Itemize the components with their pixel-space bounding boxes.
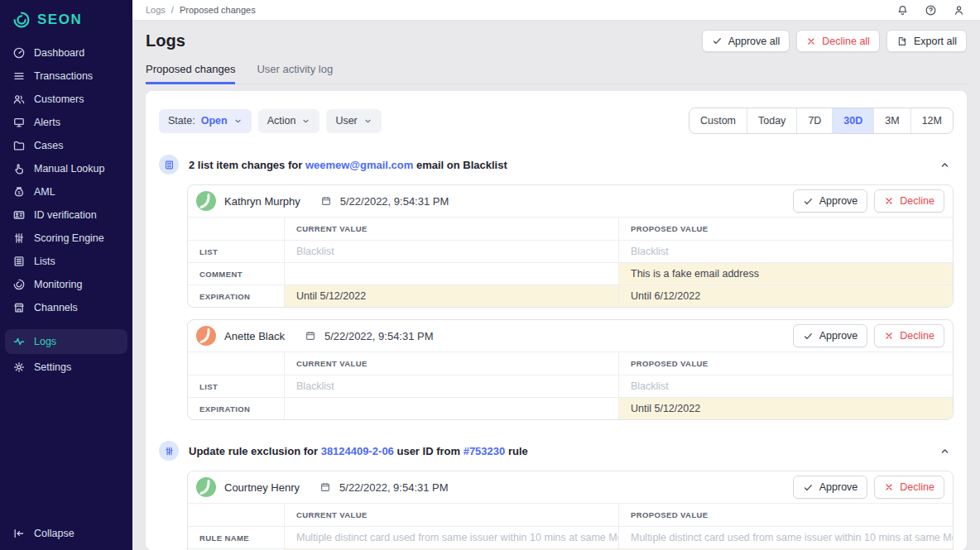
- sidebar-item-monitoring[interactable]: Monitoring: [5, 273, 127, 296]
- row-label: RULE NAME: [188, 526, 284, 548]
- tab-proposed-changes[interactable]: Proposed changes: [146, 63, 235, 84]
- user-icon[interactable]: [953, 4, 965, 17]
- current-value: Multiple distinct card used from same is…: [284, 526, 618, 548]
- state-filter-label: State:: [168, 115, 195, 127]
- approve-label: Approve: [819, 481, 858, 493]
- user-id-link[interactable]: 38124409-2-06: [321, 445, 394, 457]
- change-card: Anette Black 5/22/2022, 9:54:31 PM Appro…: [187, 319, 954, 420]
- range-12m[interactable]: 12M: [910, 108, 953, 133]
- brand-logo[interactable]: SEON: [0, 0, 132, 41]
- range-3m[interactable]: 3M: [873, 108, 910, 133]
- row-label: COMMENT: [188, 262, 284, 285]
- check-icon: [803, 482, 814, 493]
- sidebar-item-transactions[interactable]: Transactions: [5, 65, 127, 88]
- sidebar-item-label: Monitoring: [34, 279, 82, 290]
- sidebar-item-id-verification[interactable]: ID verification: [5, 203, 127, 227]
- action-filter-label: Action: [267, 115, 296, 127]
- change-table: CURRENT VALUE PROPOSED VALUE LIST Blackl…: [188, 352, 953, 419]
- column-header-current: CURRENT VALUE: [284, 352, 618, 375]
- approve-all-button[interactable]: Approve all: [702, 30, 790, 52]
- sidebar-item-scoring-engine[interactable]: Scoring Engine: [5, 227, 127, 250]
- rule-link[interactable]: #753230: [464, 445, 506, 457]
- range-custom[interactable]: Custom: [689, 108, 747, 133]
- help-icon[interactable]: [925, 4, 937, 17]
- corner-cell: [188, 217, 284, 240]
- state-filter-dropdown[interactable]: State: Open: [159, 109, 252, 133]
- range-today[interactable]: Today: [747, 108, 796, 133]
- x-icon: [806, 36, 816, 46]
- sidebar-item-settings[interactable]: Settings: [5, 356, 127, 379]
- sidebar-item-dashboard[interactable]: Dashboard: [5, 41, 127, 65]
- bell-icon[interactable]: [896, 4, 909, 17]
- sidebar-item-label: Lists: [34, 256, 55, 267]
- row-label: EXPIRATION: [188, 285, 284, 307]
- approve-button[interactable]: Approve: [793, 476, 868, 499]
- decline-all-button[interactable]: Decline all: [796, 30, 880, 52]
- collapse-chevron-icon[interactable]: [936, 160, 954, 170]
- timestamp: 5/22/2022, 9:54:31 PM: [340, 195, 449, 208]
- export-icon: [896, 36, 908, 47]
- decline-button[interactable]: Decline: [874, 189, 944, 213]
- content-panel: State: Open Action User Custom Today 7D …: [146, 91, 967, 550]
- user-name: Anette Black: [224, 330, 285, 342]
- change-table: CURRENT VALUE PROPOSED VALUE LIST Blackl…: [188, 217, 953, 307]
- calendar-icon: [320, 195, 332, 207]
- current-value: Until 5/12/2022: [284, 285, 618, 307]
- sidebar-item-label: Settings: [34, 361, 71, 373]
- decline-button[interactable]: Decline: [874, 476, 944, 499]
- sidebar-item-logs[interactable]: Logs: [5, 329, 127, 354]
- change-card: Courtney Henry 5/22/2022, 9:54:31 PM App…: [187, 471, 954, 550]
- proposed-value: Multiple distinct card used from same is…: [618, 526, 953, 548]
- check-icon: [712, 36, 723, 46]
- transactions-icon: [12, 69, 26, 83]
- change-group: 2 list item changes for weemew@gmail.com…: [159, 155, 954, 420]
- change-table: CURRENT VALUE PROPOSED VALUE RULE NAME M…: [188, 503, 953, 550]
- user-name: Courtney Henry: [224, 481, 300, 494]
- x-icon: [884, 196, 894, 206]
- user-filter-dropdown[interactable]: User: [326, 109, 381, 133]
- approve-button[interactable]: Approve: [793, 189, 868, 213]
- approve-button[interactable]: Approve: [793, 324, 868, 347]
- proposed-value: Until 6/12/2022: [618, 285, 953, 307]
- sidebar-item-label: Logs: [34, 336, 56, 347]
- sidebar-item-customers[interactable]: Customers: [5, 88, 127, 111]
- sidebar-nav: Dashboard Transactions Customers Alerts …: [0, 41, 132, 519]
- manual-lookup-icon: [12, 162, 26, 175]
- export-all-button[interactable]: Export all: [886, 30, 967, 52]
- sidebar-collapse-button[interactable]: Collapse: [0, 519, 132, 550]
- sidebar-item-label: Alerts: [34, 117, 60, 128]
- chevron-down-icon: [363, 117, 372, 126]
- column-header-proposed: PROPOSED VALUE: [618, 503, 953, 526]
- change-card: Kathryn Murphy 5/22/2022, 9:54:31 PM App…: [187, 184, 954, 308]
- sidebar-item-cases[interactable]: Cases: [5, 134, 127, 157]
- sidebar-item-alerts[interactable]: Alerts: [5, 111, 127, 134]
- top-bar: Logs / Proposed changes: [132, 0, 980, 21]
- decline-button[interactable]: Decline: [874, 324, 944, 347]
- sidebar-item-aml[interactable]: $ AML: [5, 180, 127, 203]
- range-7d[interactable]: 7D: [796, 108, 832, 133]
- svg-text:$: $: [17, 190, 21, 195]
- export-all-label: Export all: [914, 36, 957, 47]
- email-link[interactable]: weemew@gmail.com: [305, 159, 413, 171]
- column-header-proposed: PROPOSED VALUE: [618, 217, 953, 240]
- calendar-icon: [305, 330, 316, 342]
- range-30d[interactable]: 30D: [832, 108, 873, 133]
- proposed-value: Blacklist: [618, 240, 953, 262]
- group-title: 2 list item changes for weemew@gmail.com…: [189, 159, 926, 171]
- tab-user-activity-log[interactable]: User activity log: [257, 63, 333, 84]
- breadcrumb-root[interactable]: Logs: [146, 5, 166, 15]
- row-label: LIST: [188, 240, 284, 262]
- cases-icon: [12, 139, 26, 152]
- collapse-chevron-icon[interactable]: [936, 446, 954, 457]
- sidebar-item-channels[interactable]: Channels: [5, 296, 127, 319]
- sidebar-item-label: AML: [34, 186, 55, 198]
- tab-bar: Proposed changes User activity log: [146, 63, 967, 84]
- lists-icon: [12, 255, 26, 268]
- sidebar: SEON Dashboard Transactions Customers Al…: [0, 0, 132, 550]
- group-title: Update rule exclusion for 38124409-2-06 …: [189, 445, 926, 457]
- state-filter-value: Open: [201, 115, 228, 127]
- sidebar-item-manual-lookup[interactable]: Manual Lookup: [5, 157, 127, 180]
- rule-sliders-icon: [159, 441, 179, 461]
- action-filter-dropdown[interactable]: Action: [258, 109, 320, 133]
- sidebar-item-lists[interactable]: Lists: [5, 250, 127, 273]
